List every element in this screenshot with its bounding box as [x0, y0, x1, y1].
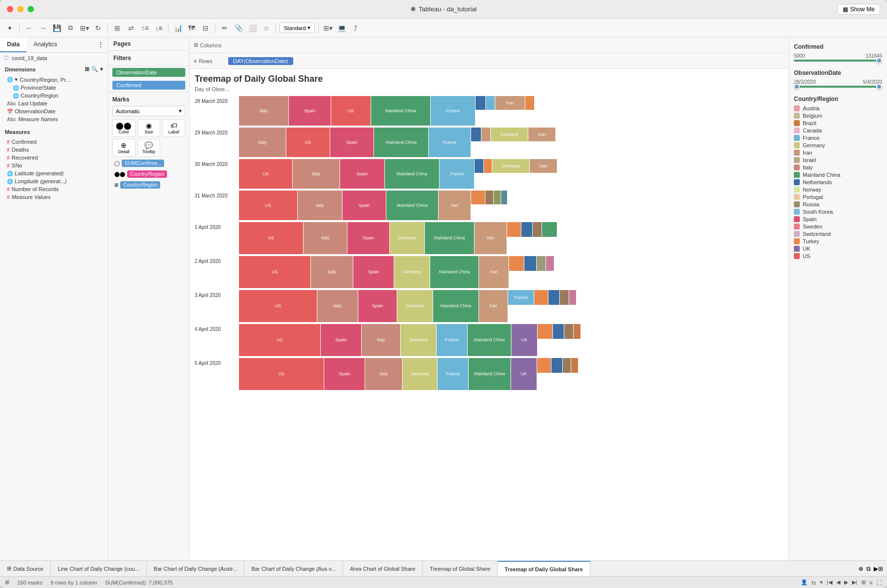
bottom-tab[interactable]: ⊞Data Source — [0, 561, 51, 576]
connect-icon[interactable]: ⊞▾ — [78, 22, 90, 34]
treemap-block[interactable] — [494, 191, 501, 204]
treemap-block[interactable]: Spain — [342, 191, 386, 220]
filter-obs-date[interactable]: ObservationDate — [112, 68, 185, 77]
refresh-icon[interactable]: ↻ — [92, 22, 104, 34]
treemap-block[interactable]: US — [239, 159, 292, 189]
treemap-block[interactable] — [548, 290, 559, 305]
treemap-block[interactable]: Germany — [403, 358, 437, 390]
marks-dropdown[interactable]: Automatic ▾ — [112, 106, 185, 116]
treemap-block[interactable] — [507, 222, 521, 237]
treemap-block[interactable] — [537, 256, 546, 271]
treemap-block[interactable] — [563, 358, 571, 373]
add-sheet-icon[interactable]: ⊕ — [858, 565, 863, 572]
treemap-block[interactable]: Italy — [362, 324, 400, 356]
bottom-tab[interactable]: Bar Chart of Daily Change (Austr... — [147, 561, 244, 576]
mark-country2-chip[interactable]: Country/Region — [120, 181, 160, 189]
dim-country-region-pr[interactable]: 🌐 ▾ Country/Region, Pr... — [5, 75, 103, 84]
treemap-block[interactable]: Spain — [324, 358, 365, 390]
treemap-block[interactable] — [571, 358, 578, 373]
treemap-block[interactable]: US — [331, 96, 371, 126]
sort-desc-icon[interactable]: ↓≡ — [153, 22, 165, 34]
device-icon[interactable]: 💻 — [336, 22, 348, 34]
measure-recovered[interactable]: # Recovered — [5, 154, 103, 162]
dim-last-update[interactable]: Abc Last Update — [5, 99, 103, 107]
maximize-button[interactable] — [28, 6, 34, 12]
treemap-block[interactable]: Mainland China — [468, 324, 511, 356]
treemap-block[interactable]: Mainland China — [425, 222, 474, 254]
rows-pill[interactable]: DAY(ObservationDate) — [228, 57, 293, 65]
treemap-block[interactable]: Germany — [390, 222, 424, 254]
measure-values[interactable]: # Measure Values — [5, 193, 103, 201]
treemap-block[interactable] — [471, 128, 481, 141]
measure-num-records[interactable]: # Number of Records — [5, 185, 103, 193]
duplicate-sheet-icon[interactable]: ⧉ — [866, 565, 871, 572]
treemap-block[interactable]: Mainland China — [430, 256, 478, 288]
treemap-block[interactable] — [569, 290, 576, 305]
fullscreen-icon[interactable]: ⛶ — [877, 580, 882, 586]
treemap-block[interactable]: Iran — [530, 159, 557, 173]
bottom-tab[interactable]: Area Chart of Global Share — [343, 561, 423, 576]
dim-country-region[interactable]: 🌐 Country/Region — [11, 92, 103, 99]
nav-next-icon[interactable]: ▶ — [844, 579, 848, 586]
treemap-block[interactable]: Italy — [239, 96, 288, 126]
treemap-block[interactable] — [521, 222, 532, 237]
treemap-block[interactable]: Italy — [239, 128, 286, 157]
treemap-block[interactable]: Iran — [439, 191, 471, 220]
treemap-block[interactable]: Italy — [293, 159, 340, 189]
layout-icon[interactable]: ⊟ — [200, 22, 211, 34]
show-me-button[interactable]: ▦ Show Me — [837, 4, 880, 15]
filter-confirmed[interactable]: Confirmed — [112, 81, 185, 90]
mark-sum-chip[interactable]: SUM(Confirme... — [122, 160, 164, 167]
treemap-block[interactable] — [485, 191, 493, 204]
measure-confirmed[interactable]: # Confirmed — [5, 138, 103, 146]
confirmed-slider-thumb[interactable] — [876, 58, 882, 64]
treemap-block[interactable] — [509, 256, 524, 271]
treemap-block[interactable]: Iran — [479, 256, 509, 288]
treemap-block[interactable]: Italy — [317, 290, 358, 322]
detail-button[interactable]: ⊕ Detail — [112, 139, 136, 157]
treemap-block[interactable]: Germany — [401, 324, 436, 356]
bottom-tab[interactable]: Treemap of Daily Global Share — [498, 561, 590, 576]
pen-icon[interactable]: ✏ — [219, 22, 231, 34]
close-button[interactable] — [7, 6, 13, 12]
measure-deaths[interactable]: # Deaths — [5, 146, 103, 154]
treemap-block[interactable]: Italy — [304, 222, 347, 254]
panel-options[interactable]: ⋮ — [94, 37, 108, 52]
treemap-block[interactable]: France — [437, 324, 467, 356]
size-button[interactable]: ◉ Size — [137, 119, 161, 137]
measure-sno[interactable]: # SNo — [5, 162, 103, 169]
treemap-block[interactable]: Iran — [479, 290, 508, 322]
treemap-block[interactable]: France — [438, 358, 468, 390]
treemap-block[interactable]: Spain — [347, 222, 389, 254]
treemap-block[interactable]: Italy — [298, 191, 342, 220]
measure-latitude[interactable]: 🌐 Latitude (generated) — [5, 169, 103, 177]
analytics-icon[interactable]: 📊 — [172, 22, 184, 34]
tab-data[interactable]: Data — [0, 37, 27, 52]
treemap-block[interactable]: Iran — [475, 222, 507, 254]
treemap-block[interactable]: France — [440, 159, 474, 189]
duplicate-icon[interactable]: ⧉ — [65, 22, 76, 34]
treemap-block[interactable]: Mainland China — [371, 96, 430, 126]
home-icon[interactable]: ✦ — [4, 22, 16, 34]
tooltip-button[interactable]: 💬 Tooltip — [137, 139, 161, 157]
treemap-block[interactable]: US — [239, 191, 297, 220]
color-button[interactable]: ⬤⬤ Color — [112, 119, 136, 137]
treemap-block[interactable]: US — [239, 256, 310, 288]
treemap-block[interactable]: Mainland China — [433, 290, 478, 322]
treemap-block[interactable]: Spain — [330, 128, 374, 157]
treemap-block[interactable] — [525, 96, 534, 110]
treemap-block[interactable]: Mainland China — [385, 159, 439, 189]
present-icon[interactable]: ▶⊞ — [874, 565, 883, 572]
treemap-block[interactable]: US — [286, 128, 330, 157]
confirmed-slider[interactable] — [794, 60, 882, 62]
grid-icon[interactable]: ⊞▾ — [322, 22, 334, 34]
treemap-block[interactable] — [534, 290, 548, 305]
treemap-block[interactable]: Spain — [353, 256, 394, 288]
nav-start-icon[interactable]: |◀ — [827, 579, 832, 586]
treemap-block[interactable]: Germany — [397, 290, 433, 322]
treemap-block[interactable] — [533, 222, 542, 237]
treemap-block[interactable]: US — [239, 324, 320, 356]
treemap-block[interactable]: Spain — [289, 96, 331, 126]
treemap-block[interactable]: France — [508, 290, 534, 305]
treemap-block[interactable]: Mainland China — [374, 128, 428, 157]
